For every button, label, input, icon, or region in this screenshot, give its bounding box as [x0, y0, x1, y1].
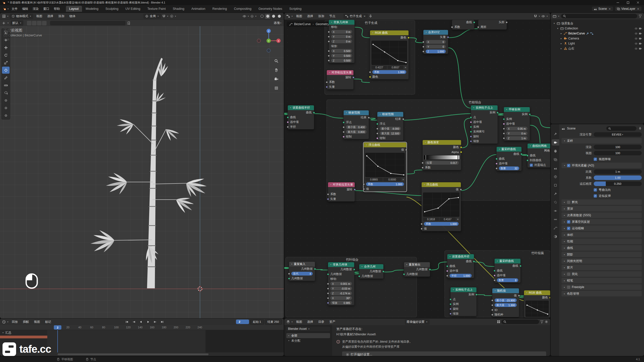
- node-value-field[interactable]: Z-0.174 m: [330, 291, 352, 295]
- checkbox-视图降噪[interactable]: ✓: [594, 158, 597, 161]
- jump-to-start-button[interactable]: [124, 319, 130, 324]
- node-socket[interactable]: [343, 136, 345, 138]
- toggle-2[interactable]: [37, 21, 42, 25]
- node-socket[interactable]: [327, 292, 329, 294]
- node-socket[interactable]: [422, 41, 424, 43]
- node-socket[interactable]: [327, 273, 329, 275]
- node-row[interactable]: 系数1.000: [364, 182, 406, 187]
- catalog-未分配[interactable]: 未分配: [286, 338, 330, 343]
- node-value-field[interactable]: 缩放0.985: [330, 301, 352, 305]
- value-x[interactable]: 0.1818: [423, 217, 439, 221]
- node-socket[interactable]: [328, 31, 330, 33]
- node-socket[interactable]: [328, 36, 330, 38]
- node-socket[interactable]: [382, 270, 384, 273]
- previous-keyframe-button[interactable]: [131, 319, 137, 324]
- asset-menu-资产[interactable]: 资产: [327, 319, 337, 325]
- node-value-field[interactable]: Z0.500: [331, 59, 352, 62]
- node-socket[interactable]: [327, 283, 329, 285]
- node-实例化于点上[interactable]: ▾实例化于点上实例点实例旋转缩放: [450, 287, 477, 316]
- timeline-menu-标记[interactable]: 标记: [43, 319, 53, 325]
- node-socket[interactable]: [503, 123, 505, 125]
- node-row[interactable]: 值: [492, 293, 519, 298]
- node-row[interactable]: 实例: [451, 302, 476, 306]
- value-y[interactable]: 0.4167: [440, 217, 456, 221]
- node-socket[interactable]: [527, 155, 529, 157]
- node-socket[interactable]: [327, 198, 329, 200]
- node-header[interactable]: ▾RGB 曲线: [370, 30, 409, 35]
- node-实例化于点上[interactable]: ▾实例化于点上实例点选中项实例实例索引旋转缩放: [471, 105, 498, 144]
- node-socket[interactable]: [496, 158, 498, 160]
- node-重复输出[interactable]: ▾重复输出几何数据几何数据: [404, 262, 430, 277]
- node-socket[interactable]: [422, 167, 424, 169]
- menu-渲染[interactable]: 渲染: [31, 6, 41, 12]
- tool-transform[interactable]: [2, 67, 10, 74]
- node-partial[interactable]: 头部尾部: [478, 20, 507, 30]
- node-row[interactable]: 缩放:: [329, 44, 354, 49]
- properties-tab-constraint-10[interactable]: [552, 216, 559, 222]
- node-row[interactable]: X30°: [328, 296, 354, 300]
- node-row[interactable]: 曲线: [495, 268, 520, 273]
- node-row[interactable]: 位置0.017: [423, 160, 461, 165]
- node-socket[interactable]: [475, 294, 477, 296]
- node-row[interactable]: 点: [451, 297, 476, 302]
- tool-extra[interactable]: [2, 112, 10, 119]
- properties-tab-material-12[interactable]: [552, 233, 559, 240]
- node-row[interactable]: 剖面曲线: [528, 158, 550, 163]
- node-value-field[interactable]: X30°: [330, 296, 352, 300]
- node-value-field[interactable]: 最小值-9.000: [380, 127, 401, 130]
- node-row[interactable]: Z-0.174 m: [328, 291, 354, 296]
- node-row[interactable]: 数量32: [497, 166, 521, 171]
- node-header[interactable]: ▾对齐欧拉至矢量: [327, 70, 353, 75]
- curve-widget[interactable]: [423, 193, 459, 217]
- node-socket[interactable]: [503, 118, 505, 120]
- node-row[interactable]: X0 m: [329, 29, 354, 34]
- node-socket[interactable]: [287, 116, 289, 118]
- node-socket[interactable]: [421, 228, 423, 230]
- node-row[interactable]: 选中项: [504, 121, 530, 126]
- node-row[interactable]: 钳制: [344, 134, 369, 139]
- node-header[interactable]: ▾随机值: [492, 288, 519, 293]
- node-value-field[interactable]: 最小值-15.900: [495, 298, 517, 302]
- workspace-tab-Sculpting[interactable]: Sculpting: [102, 6, 122, 12]
- node-socket[interactable]: [402, 118, 404, 120]
- node-socket[interactable]: [496, 167, 498, 169]
- node-socket[interactable]: [403, 273, 405, 275]
- node-value-field[interactable]: 半径1.000: [450, 274, 472, 278]
- node-header[interactable]: ▾RGB 曲线: [524, 290, 550, 295]
- node-row[interactable]: 几何数据: [289, 266, 315, 271]
- node-row[interactable]: Z0.500: [329, 58, 354, 63]
- orientation-selector[interactable]: 全局▾: [143, 14, 161, 19]
- scene-selector[interactable]: Scene✕: [592, 7, 613, 11]
- field-距离[interactable]: 1 m: [594, 169, 642, 174]
- breadcrumb-item[interactable]: BézierCurve: [294, 22, 311, 26]
- frame-start-field[interactable]: 起始 1: [250, 319, 264, 325]
- panel-checkbox[interactable]: [567, 273, 570, 276]
- node-row[interactable]: 缩放0.985: [328, 300, 354, 305]
- node-socket[interactable]: [327, 193, 329, 195]
- curve-widget[interactable]: [526, 301, 549, 317]
- node-row[interactable]: 颜色: [524, 295, 550, 300]
- node-value-field[interactable]: X0.001 m: [330, 282, 352, 286]
- value-y[interactable]: 0.8937: [388, 66, 403, 69]
- node-header[interactable]: ▾变换几何体: [328, 262, 354, 267]
- viewlayer-selector[interactable]: ViewLayer✕: [615, 7, 641, 11]
- open-preferences-button[interactable]: 打开偏好设置...: [342, 351, 546, 356]
- viewport-menu-物体[interactable]: 物体: [67, 13, 77, 19]
- next-keyframe-button[interactable]: [152, 319, 158, 324]
- node-value-field[interactable]: Y0: [426, 45, 446, 49]
- node-header[interactable]: ▾合并XYZ: [423, 30, 448, 35]
- node-row[interactable]: 选中项: [471, 120, 498, 124]
- panel-Freestyle[interactable]: ▸Freestyle: [561, 284, 642, 290]
- node-socket[interactable]: [473, 260, 475, 262]
- node-header[interactable]: ▾变换几何体: [329, 20, 354, 25]
- node-tree-selector[interactable]: 竹子生成✕: [343, 14, 368, 19]
- ramp-handle[interactable]: [425, 155, 426, 160]
- node-socket[interactable]: [518, 295, 520, 297]
- workspace-tab-Compositing[interactable]: Compositing: [231, 6, 255, 12]
- node-row[interactable]: 值: [422, 226, 461, 231]
- properties-tab-wrench-0[interactable]: [552, 131, 559, 137]
- node-平移实例[interactable]: ▾平移实例实例实例选中项X0.05 mY0 mZ1 m: [504, 107, 530, 141]
- delete-point-icon[interactable]: ✕: [456, 218, 459, 221]
- node-row[interactable]: 旋转: [328, 187, 355, 192]
- mode-selector[interactable]: 物体模式▾: [10, 14, 33, 19]
